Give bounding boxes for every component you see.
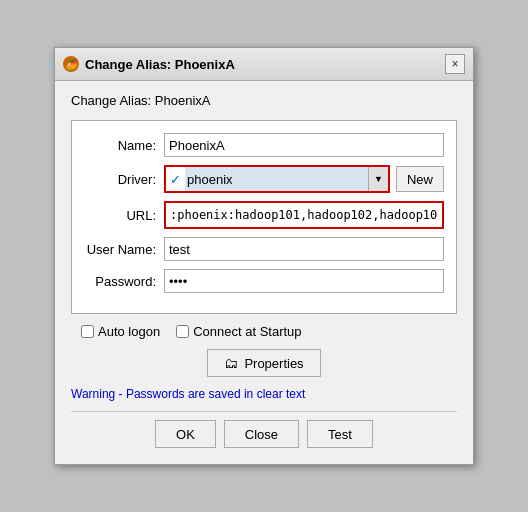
change-alias-dialog: 🥭 Change Alias: PhoenixA × Change Alias:… [54, 47, 474, 465]
name-input[interactable] [164, 133, 444, 157]
driver-dropdown-button[interactable]: ▼ [368, 167, 388, 191]
name-label: Name: [84, 138, 164, 153]
close-dialog-button[interactable]: Close [224, 420, 299, 448]
dialog-title: Change Alias: PhoenixA [85, 57, 235, 72]
title-icon-symbol: 🥭 [65, 59, 77, 70]
driver-select-wrapper: ✓ phoenix ▼ [164, 165, 390, 193]
password-label: Password: [84, 274, 164, 289]
url-row: URL: [84, 201, 444, 229]
dialog-subtitle: Change Alias: PhoenixA [71, 93, 457, 108]
dialog-icon: 🥭 [63, 56, 79, 72]
properties-button[interactable]: 🗂 Properties [207, 349, 320, 377]
ok-button[interactable]: OK [155, 420, 216, 448]
autologon-label: Auto logon [98, 324, 160, 339]
driver-checkmark: ✓ [166, 172, 185, 187]
connect-startup-checkbox-label[interactable]: Connect at Startup [176, 324, 301, 339]
new-driver-button[interactable]: New [396, 166, 444, 192]
driver-row: Driver: ✓ phoenix ▼ New [84, 165, 444, 193]
url-input-wrapper [164, 201, 444, 229]
username-row: User Name: [84, 237, 444, 261]
properties-row: 🗂 Properties [71, 349, 457, 377]
warning-text: Warning - Passwords are saved in clear t… [71, 387, 457, 401]
url-label: URL: [84, 208, 164, 223]
connect-startup-label: Connect at Startup [193, 324, 301, 339]
checkbox-row: Auto logon Connect at Startup [71, 324, 457, 339]
title-bar-left: 🥭 Change Alias: PhoenixA [63, 56, 235, 72]
test-button[interactable]: Test [307, 420, 373, 448]
title-bar: 🥭 Change Alias: PhoenixA × [55, 48, 473, 81]
driver-select[interactable]: phoenix [185, 167, 368, 191]
close-button[interactable]: × [445, 54, 465, 74]
autologon-checkbox-label[interactable]: Auto logon [81, 324, 160, 339]
properties-label: Properties [244, 356, 303, 371]
url-input[interactable] [166, 203, 442, 227]
name-row: Name: [84, 133, 444, 157]
form-area: Name: Driver: ✓ phoenix ▼ New URL: [71, 120, 457, 314]
dialog-content: Change Alias: PhoenixA Name: Driver: ✓ p… [55, 81, 473, 464]
button-row: OK Close Test [71, 411, 457, 452]
username-input[interactable] [164, 237, 444, 261]
username-label: User Name: [84, 242, 164, 257]
password-input[interactable] [164, 269, 444, 293]
properties-icon: 🗂 [224, 355, 238, 371]
driver-label: Driver: [84, 172, 164, 187]
autologon-checkbox[interactable] [81, 325, 94, 338]
connect-startup-checkbox[interactable] [176, 325, 189, 338]
password-row: Password: [84, 269, 444, 293]
